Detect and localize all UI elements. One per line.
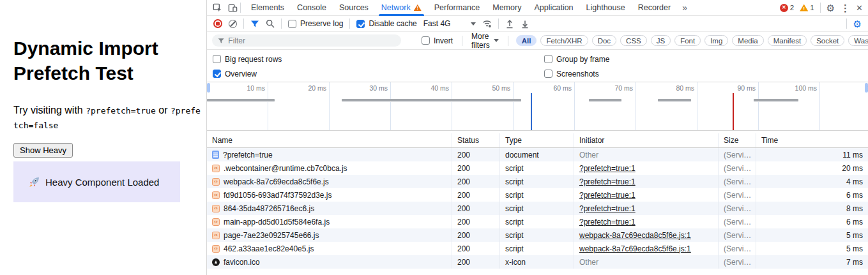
console-errors-badge[interactable]: 2 bbox=[780, 4, 794, 12]
invert-checkbox[interactable] bbox=[422, 36, 430, 45]
settings-gear-icon[interactable]: ⚙ bbox=[826, 3, 835, 13]
filter-chip-doc[interactable]: Doc bbox=[592, 35, 616, 46]
filter-chip-socket[interactable]: Socket bbox=[811, 35, 844, 46]
web-page-panel: Dynamic Import Prefetch Test Try visitin… bbox=[0, 0, 206, 275]
more-filters-label: More filters bbox=[471, 32, 490, 50]
initiator-link[interactable]: ?prefetch=true:1 bbox=[579, 204, 636, 213]
preserve-log-checkbox[interactable] bbox=[288, 20, 296, 28]
network-request-row[interactable]: page-7ae23e0925745e66.js200scriptwebpack… bbox=[207, 228, 868, 242]
network-request-row[interactable]: webpack-8a7c69ecda8c5f6e.js200script?pre… bbox=[207, 175, 868, 188]
tab-memory[interactable]: Memory bbox=[486, 0, 528, 16]
column-header-size[interactable]: Size bbox=[719, 133, 756, 147]
tab-label: Application bbox=[534, 3, 573, 12]
network-settings-gear-icon[interactable]: ⚙ bbox=[853, 19, 862, 29]
network-request-row[interactable]: main-app-dd5d01d5f584e6fa.js200script?pr… bbox=[207, 215, 868, 228]
network-request-row[interactable]: 462.a33aae1ec82e40e5.js200scriptwebpack-… bbox=[207, 242, 868, 255]
time-cell: 20 ms bbox=[756, 161, 868, 175]
filter-chip-wasm[interactable]: Wasm bbox=[848, 35, 868, 46]
more-panels-button[interactable]: » bbox=[677, 3, 692, 13]
favicon-file-icon bbox=[212, 258, 220, 266]
network-request-row[interactable]: ?prefetch=true200documentOther(Servi…11 … bbox=[207, 148, 868, 161]
requests-table-header: NameStatusTypeInitiatorSizeTime bbox=[207, 133, 868, 148]
network-conditions-icon[interactable] bbox=[482, 19, 492, 28]
filter-chip-manifest[interactable]: Manifest bbox=[768, 35, 807, 46]
filter-chip-all[interactable]: All bbox=[516, 35, 537, 46]
name-cell: main-app-dd5d01d5f584e6fa.js bbox=[207, 215, 452, 228]
filter-chip-media[interactable]: Media bbox=[732, 35, 763, 46]
import-har-icon[interactable] bbox=[505, 19, 514, 29]
chevron-down-icon bbox=[494, 39, 499, 42]
initiator-link[interactable]: ?prefetch=true:1 bbox=[579, 191, 636, 200]
tab-network[interactable]: Network bbox=[375, 0, 428, 16]
chevron-down-icon bbox=[471, 22, 476, 26]
big-request-rows-label: Big request rows bbox=[225, 55, 282, 64]
divider bbox=[240, 3, 241, 13]
devtools-window: ElementsConsoleSourcesNetworkPerformance… bbox=[206, 0, 868, 275]
close-devtools-icon[interactable]: ✕ bbox=[856, 4, 863, 12]
network-request-row[interactable]: favicon.ico200x-iconOther(Servi…7 ms bbox=[207, 255, 868, 269]
tab-lighthouse[interactable]: Lighthouse bbox=[580, 0, 632, 16]
preserve-log-option[interactable]: Preserve log bbox=[288, 19, 343, 28]
initiator-cell: ?prefetch=true:1 bbox=[574, 215, 719, 228]
tab-sources[interactable]: Sources bbox=[333, 0, 375, 16]
group-by-frame-checkbox[interactable] bbox=[544, 55, 552, 63]
screenshots-option[interactable]: Screenshots bbox=[544, 66, 868, 81]
column-header-status[interactable]: Status bbox=[452, 133, 500, 147]
timeline-tick-label: 20 ms bbox=[308, 84, 326, 92]
tab-performance[interactable]: Performance bbox=[428, 0, 487, 16]
tab-elements[interactable]: Elements bbox=[245, 0, 291, 16]
inspect-element-icon[interactable] bbox=[209, 0, 225, 15]
status-cell: 200 bbox=[452, 161, 500, 175]
initiator-link[interactable]: ?prefetch=true:1 bbox=[579, 164, 636, 173]
size-cell: (Servi… bbox=[719, 215, 756, 228]
filter-chip-css[interactable]: CSS bbox=[620, 35, 647, 46]
tab-application[interactable]: Application bbox=[528, 0, 579, 16]
page-instructions: Try visiting with ?prefetch=true or ?pre… bbox=[13, 103, 201, 132]
type-cell: script bbox=[500, 161, 574, 175]
device-toolbar-icon[interactable] bbox=[225, 0, 240, 15]
overview-checkbox[interactable] bbox=[213, 70, 221, 78]
filter-chip-font[interactable]: Font bbox=[674, 35, 701, 46]
filter-chip-img[interactable]: Img bbox=[704, 35, 728, 46]
export-har-icon[interactable] bbox=[521, 19, 529, 29]
filter-chip-js[interactable]: JS bbox=[651, 35, 671, 46]
network-request-row[interactable]: .webcontainer@runtime.cb7c0bca.js200scri… bbox=[207, 161, 868, 175]
disable-cache-checkbox[interactable] bbox=[356, 20, 365, 28]
screenshots-checkbox[interactable] bbox=[544, 70, 552, 78]
search-icon[interactable] bbox=[266, 19, 275, 28]
name-cell: fd9d1056-693ad74f37592d3e.js bbox=[207, 188, 452, 202]
network-filterbar: Invert More filters AllFetch/XHRDocCSSJS… bbox=[207, 32, 868, 50]
kebab-menu-icon[interactable]: ⋮ bbox=[841, 3, 850, 13]
column-header-type[interactable]: Type bbox=[500, 133, 574, 147]
network-overview-timeline[interactable]: 10 ms20 ms30 ms40 ms50 ms60 ms70 ms80 ms… bbox=[207, 82, 868, 131]
status-cell: 200 bbox=[452, 242, 500, 255]
overview-option[interactable]: Overview bbox=[213, 66, 544, 81]
network-request-row[interactable]: fd9d1056-693ad74f37592d3e.js200script?pr… bbox=[207, 188, 868, 202]
throttling-dropdown[interactable]: Fast 4G bbox=[423, 19, 476, 28]
network-request-row[interactable]: 864-35da487265716ec6.js200script?prefetc… bbox=[207, 202, 868, 215]
disable-cache-option[interactable]: Disable cache bbox=[356, 19, 416, 28]
initiator-link[interactable]: webpack-8a7c69ecda8c5f6e.js:1 bbox=[579, 231, 691, 240]
filter-funnel-icon[interactable] bbox=[250, 20, 259, 28]
request-name: webpack-8a7c69ecda8c5f6e.js bbox=[224, 177, 329, 186]
filter-input[interactable] bbox=[228, 36, 395, 45]
timeline-grid-segment: 80 ms bbox=[636, 82, 697, 130]
initiator-link[interactable]: ?prefetch=true:1 bbox=[579, 218, 636, 227]
console-warnings-badge[interactable]: 1 bbox=[800, 4, 814, 11]
record-network-log-button[interactable] bbox=[213, 19, 222, 28]
clear-network-log-icon[interactable] bbox=[229, 20, 237, 28]
column-header-time[interactable]: Time bbox=[756, 133, 868, 147]
column-header-name[interactable]: Name bbox=[207, 133, 452, 147]
initiator-link[interactable]: webpack-8a7c69ecda8c5f6e.js:1 bbox=[579, 244, 691, 253]
invert-option[interactable]: Invert bbox=[422, 36, 453, 45]
big-request-rows-option[interactable]: Big request rows bbox=[213, 52, 544, 66]
initiator-link[interactable]: ?prefetch=true:1 bbox=[579, 177, 636, 186]
more-filters-dropdown[interactable]: More filters bbox=[471, 32, 499, 50]
column-header-initiator[interactable]: Initiator bbox=[574, 133, 719, 147]
filter-chip-fetch-xhr[interactable]: Fetch/XHR bbox=[540, 35, 588, 46]
tab-console[interactable]: Console bbox=[291, 0, 333, 16]
big-request-rows-checkbox[interactable] bbox=[213, 55, 221, 63]
tab-recorder[interactable]: Recorder bbox=[632, 0, 677, 16]
show-heavy-button[interactable]: Show Heavy bbox=[13, 143, 73, 158]
group-by-frame-option[interactable]: Group by frame bbox=[544, 52, 868, 66]
